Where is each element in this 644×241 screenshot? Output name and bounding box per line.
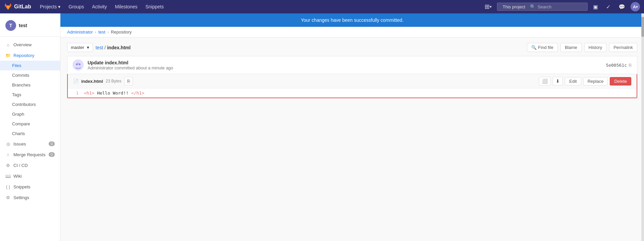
merge-icon: ⑃ <box>5 152 11 157</box>
project-name: test <box>19 23 27 28</box>
code-area: 1 <h1> Hello Word!! </h1> <box>68 88 637 98</box>
sidebar-item-contributors[interactable]: Contributors <box>0 100 60 109</box>
sidebar-item-repository[interactable]: 📁 Repository <box>0 50 60 61</box>
download-button[interactable]: ⬇ <box>553 77 563 85</box>
chevron-down-icon: ▾ <box>58 4 60 9</box>
raw-button[interactable]: ⬜ <box>539 77 551 85</box>
permalink-button[interactable]: Permalink <box>609 43 637 52</box>
commit-time: committed about a minute ago <box>114 65 173 70</box>
sidebar-item-label: Graph <box>12 112 24 117</box>
sidebar-item-merge-requests[interactable]: ⑃ Merge Requests 0 <box>0 149 60 160</box>
search-icon: 🔍 <box>531 45 537 50</box>
commit-message: Update index.html <box>88 60 173 65</box>
sidebar-item-label: Settings <box>13 195 29 200</box>
logo-text: GitLab <box>14 4 31 10</box>
code-line-1: 1 <h1> Hello Word!! </h1> <box>68 88 637 98</box>
sidebar-item-label: Commits <box>12 73 29 78</box>
logo[interactable]: GitLab <box>4 3 31 11</box>
success-banner: Your changes have been successfully comm… <box>60 13 644 27</box>
blame-button[interactable]: Blame <box>560 43 582 52</box>
sidebar-item-label: Issues <box>13 141 26 146</box>
file-header-area: master ▾ test / index.html 🔍 Find file B… <box>60 38 644 98</box>
home-icon: ⌂ <box>5 42 11 47</box>
gear-icon: ⚙ <box>5 195 11 200</box>
todo-button[interactable]: ✓ <box>603 2 613 11</box>
file-name-info: 📄 index.html 23 Bytes ⎘ <box>73 77 133 85</box>
commit-details: Update index.html Administrator committe… <box>88 60 173 70</box>
sidebar-item-settings[interactable]: ⚙ Settings <box>0 192 60 203</box>
scrollbar[interactable] <box>641 13 644 241</box>
sidebar-item-wiki[interactable]: 📖 Wiki <box>0 171 60 181</box>
chevron-down-icon: ▾ <box>636 5 638 9</box>
sidebar-item-label: Compare <box>12 121 30 126</box>
path-filename: index.html <box>107 45 131 50</box>
sidebar-item-ci-cd[interactable]: ⚙ CI / CD <box>0 160 60 171</box>
book-icon: 📁 <box>5 53 11 58</box>
sidebar-item-label: Branches <box>12 82 31 87</box>
edit-button[interactable]: Edit <box>565 77 581 85</box>
success-message: Your changes have been successfully comm… <box>301 17 403 23</box>
file-nav: master ▾ test / index.html 🔍 Find file B… <box>67 43 637 52</box>
delete-button[interactable]: Delete <box>610 77 631 85</box>
nav-milestones[interactable]: Milestones <box>112 3 141 11</box>
sidebar-item-label: Files <box>12 63 21 68</box>
sidebar-project[interactable]: T test <box>0 17 60 37</box>
copy-hash-button[interactable]: ⎘ <box>629 63 632 68</box>
layout: T test ⌂ Overview 📁 Repository Files Com… <box>0 13 644 241</box>
sidebar-item-tags[interactable]: Tags <box>0 90 60 100</box>
file-display-name: index.html <box>81 79 103 84</box>
sidebar-item-issues[interactable]: ◎ Issues 0 <box>0 138 60 149</box>
sidebar-item-charts[interactable]: Charts <box>0 129 60 138</box>
find-file-button[interactable]: 🔍 Find file <box>527 43 558 52</box>
sidebar-item-label: Merge Requests <box>13 152 45 157</box>
search-input[interactable] <box>538 4 585 9</box>
nav-links: Projects ▾ Groups Activity Milestones Sn… <box>37 3 167 11</box>
nav-snippets[interactable]: Snippets <box>142 3 167 11</box>
sidebar: T test ⌂ Overview 📁 Repository Files Com… <box>0 13 60 241</box>
nav-groups[interactable]: Groups <box>65 3 87 11</box>
file-actions: ⬜ ⬇ Edit Replace Delete <box>539 77 631 85</box>
branch-selector[interactable]: master ▾ <box>67 43 93 52</box>
sidebar-item-graph[interactable]: Graph <box>0 109 60 119</box>
sidebar-item-label: Repository <box>13 53 34 58</box>
sidebar-item-files[interactable]: Files <box>0 61 60 70</box>
issues-icon: ◎ <box>5 141 11 146</box>
breadcrumb: Administrator › test › Repository <box>60 27 644 38</box>
sidebar-item-commits[interactable]: Commits <box>0 70 60 80</box>
replace-button[interactable]: Replace <box>583 77 608 85</box>
scrollbar-thumb[interactable] <box>641 17 644 37</box>
nav-activity[interactable]: Activity <box>89 3 110 11</box>
commit-author: Administrator <box>88 65 113 70</box>
sidebar-item-snippets[interactable]: { } Snippets <box>0 181 60 192</box>
issues-badge: 0 <box>49 141 55 146</box>
breadcrumb-administrator[interactable]: Administrator <box>67 29 93 35</box>
line-number-1: 1 <box>68 90 84 96</box>
line-code-1: <h1> Hello Word!! </h1> <box>84 90 144 96</box>
breadcrumb-sep-2: › <box>107 29 109 35</box>
notification-button[interactable]: 💬 <box>616 2 628 11</box>
path-root[interactable]: test <box>96 45 103 50</box>
sidebar-item-branches[interactable]: Branches <box>0 80 60 90</box>
search-scope-label: This project <box>500 4 528 9</box>
chevron-down-icon: ▾ <box>490 4 492 9</box>
file-nav-right: 🔍 Find file Blame History Permalink <box>527 43 637 52</box>
file-icon: 📄 <box>73 79 79 84</box>
new-dropdown-button[interactable]: ⊞ ▾ <box>482 2 494 12</box>
sidebar-item-compare[interactable]: Compare <box>0 119 60 129</box>
sidebar-item-label: Charts <box>12 131 25 136</box>
top-nav: GitLab Projects ▾ Groups Activity Milest… <box>0 0 644 13</box>
history-button[interactable]: History <box>584 43 606 52</box>
breadcrumb-test[interactable]: test <box>98 29 105 35</box>
sidebar-item-label: CI / CD <box>13 163 28 168</box>
nav-projects[interactable]: Projects ▾ <box>37 3 64 11</box>
sidebar-item-overview[interactable]: ⌂ Overview <box>0 39 60 50</box>
ci-icon: ⚙ <box>5 163 11 168</box>
panel-toggle-button[interactable]: ▣ <box>590 2 601 11</box>
main-content: Your changes have been successfully comm… <box>60 13 644 241</box>
copy-file-button[interactable]: ⎘ <box>124 77 133 85</box>
commit-info: Update index.html Administrator committe… <box>67 56 637 74</box>
chevron-down-icon: ▾ <box>87 45 89 50</box>
avatar[interactable]: A ▾ <box>631 2 640 11</box>
sidebar-item-label: Contributors <box>12 102 36 107</box>
branch-name: master <box>71 45 84 50</box>
